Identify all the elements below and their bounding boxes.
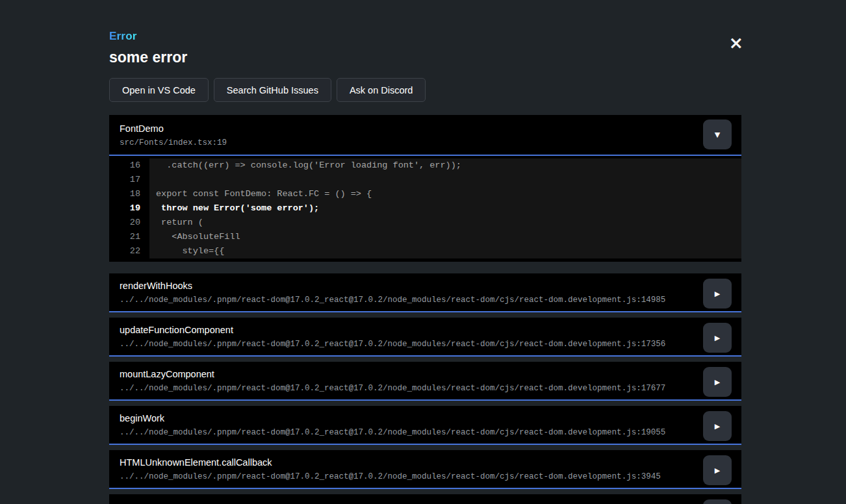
expand-frame-button[interactable]: ▶ xyxy=(703,323,732,353)
stack-frame: HTMLUnknownElement.callCallback ../../no… xyxy=(109,450,741,489)
play-icon: ▶ xyxy=(715,423,720,430)
line-number: 16 xyxy=(109,158,149,173)
expand-frame-button[interactable]: ▶ xyxy=(703,367,732,397)
stack-frame-function: mountLazyComponent xyxy=(120,368,696,380)
stack-frame: beginWork ../../node_modules/.pnpm/react… xyxy=(109,406,741,445)
code-line: 20 return ( xyxy=(109,216,741,230)
play-icon: ▶ xyxy=(715,290,720,297)
error-overlay: { "colors": { "page_background": "#1f242… xyxy=(0,0,846,504)
line-number: 20 xyxy=(109,216,149,230)
line-number: 21 xyxy=(109,230,149,244)
expand-frame-button[interactable]: ▶ xyxy=(703,279,732,309)
stack-frame-function: beginWork xyxy=(120,412,696,424)
code-frame-header: FontDemo src/Fonts/index.tsx:19 ▼ xyxy=(109,115,741,156)
code-text: throw new Error('some error'); xyxy=(149,201,741,216)
stack-frame: updateFunctionComponent ../../node_modul… xyxy=(109,318,741,357)
code-line: 16 .catch((err) => console.log('Error lo… xyxy=(109,158,741,173)
stack-frame-partial: ▶ xyxy=(109,494,741,504)
error-type-label: Error xyxy=(109,0,137,43)
code-text xyxy=(149,173,741,187)
stack-frame-list: renderWithHooks ../../node_modules/.pnpm… xyxy=(109,273,741,489)
play-icon: ▶ xyxy=(715,467,720,474)
code-line: 19 throw new Error('some error'); xyxy=(109,201,741,216)
expand-frame-button[interactable]: ▶ xyxy=(703,411,732,441)
stack-frame-path: ../../node_modules/.pnpm/react-dom@17.0.… xyxy=(120,427,696,438)
code-lines: 16 .catch((err) => console.log('Error lo… xyxy=(109,156,741,262)
code-frame: FontDemo src/Fonts/index.tsx:19 ▼ 16 .ca… xyxy=(109,115,741,262)
code-text: export const FontDemo: React.FC = () => … xyxy=(149,187,741,201)
ask-on-discord-button[interactable]: Ask on Discord xyxy=(337,78,426,102)
play-icon: ▶ xyxy=(715,334,720,342)
collapse-code-frame-button[interactable]: ▼ xyxy=(703,120,732,149)
expand-frame-button[interactable]: ▶ xyxy=(703,455,732,485)
line-number: 19 xyxy=(109,201,149,216)
code-text: .catch((err) => console.log('Error loadi… xyxy=(149,158,741,173)
line-number: 22 xyxy=(109,244,149,258)
play-icon: ▶ xyxy=(715,379,720,386)
stack-frame-function: renderWithHooks xyxy=(120,280,696,292)
code-frame-title: FontDemo xyxy=(120,123,731,134)
stack-frame-path: ../../node_modules/.pnpm/react-dom@17.0.… xyxy=(120,472,696,482)
error-overlay-content: Error some error Open in VS Code Search … xyxy=(109,0,741,504)
code-text: style={{ xyxy=(149,244,741,258)
expand-frame-button[interactable]: ▶ xyxy=(703,499,732,504)
error-message: some error xyxy=(109,49,741,66)
code-text: return ( xyxy=(149,216,741,230)
open-in-vscode-button[interactable]: Open in VS Code xyxy=(109,78,209,102)
stack-frame-path: ../../node_modules/.pnpm/react-dom@17.0.… xyxy=(120,295,696,305)
line-number: 18 xyxy=(109,187,149,201)
stack-frame: renderWithHooks ../../node_modules/.pnpm… xyxy=(109,273,741,312)
code-line: 22 style={{ xyxy=(109,244,741,258)
stack-frame-path: ../../node_modules/.pnpm/react-dom@17.0.… xyxy=(120,339,696,349)
search-github-issues-button[interactable]: Search GitHub Issues xyxy=(214,78,331,102)
code-line: 18export const FontDemo: React.FC = () =… xyxy=(109,187,741,201)
code-line: 17 xyxy=(109,173,741,187)
stack-frame-function: updateFunctionComponent xyxy=(120,324,696,336)
stack-frame-path: ../../node_modules/.pnpm/react-dom@17.0.… xyxy=(120,383,696,394)
code-line: 21 <AbsoluteFill xyxy=(109,230,741,244)
line-number: 17 xyxy=(109,173,149,187)
stack-frame-function: HTMLUnknownElement.callCallback xyxy=(120,457,696,468)
code-text: <AbsoluteFill xyxy=(149,230,741,244)
code-frame-location: src/Fonts/index.tsx:19 xyxy=(120,138,731,148)
action-button-row: Open in VS Code Search GitHub Issues Ask… xyxy=(109,78,741,102)
chevron-down-icon: ▼ xyxy=(715,131,720,138)
stack-frame: mountLazyComponent ../../node_modules/.p… xyxy=(109,362,741,401)
